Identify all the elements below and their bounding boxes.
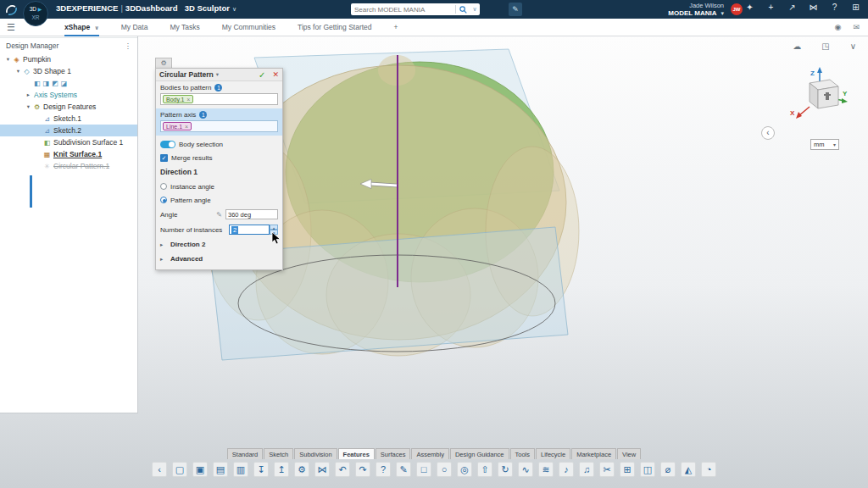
presence-icon[interactable]: ◉ <box>835 23 842 31</box>
line-chip[interactable]: Line.1 × <box>163 122 192 130</box>
expander-icon[interactable]: ▾ <box>4 56 12 63</box>
ribbon-tab-lifecycle[interactable]: Lifecycle <box>536 448 570 459</box>
templates-icon[interactable]: ▣ <box>192 462 208 477</box>
tree-item-subdivision-surface[interactable]: ◧ Subdivision Surface 1 <box>0 136 137 148</box>
body-chip[interactable]: Body.1 × <box>163 95 193 103</box>
compass-badge[interactable]: 3D ▶ XR <box>23 1 48 26</box>
views-icon[interactable]: ◔ <box>701 462 716 477</box>
knit-tool-icon[interactable]: ♫ <box>579 462 594 477</box>
pattern-angle-radio[interactable] <box>160 197 167 203</box>
instances-input[interactable]: 2 <box>229 225 270 235</box>
link-icon[interactable]: ⋈ <box>314 462 330 477</box>
confirm-button[interactable]: ✓ <box>259 70 265 80</box>
header-collapse-icon[interactable]: ∨ <box>850 42 856 51</box>
tree-item-3d-shape[interactable]: ▾ ◇ 3D Shape 1 <box>0 65 137 77</box>
sweep-icon[interactable]: ∿ <box>518 462 533 477</box>
sketch-tool-icon[interactable]: ✎ <box>396 462 411 477</box>
trim-icon[interactable]: ✂ <box>599 462 615 477</box>
edit-formula-icon[interactable]: ✎ <box>216 211 222 219</box>
settings-icon[interactable]: ⚙ <box>294 462 309 477</box>
search-bar[interactable]: ∨ <box>351 3 480 15</box>
apps-icon[interactable]: ⊞ <box>850 3 861 12</box>
back-icon[interactable]: ‹ <box>152 462 167 477</box>
tree-item-design-features[interactable]: ▾ ⚙ Design Features <box>0 101 137 113</box>
angle-input[interactable] <box>225 209 278 219</box>
user-menu[interactable]: Jade Wilson MODEL MANIA ▾ <box>668 2 724 17</box>
collaborate-icon[interactable]: ⋈ <box>808 3 819 12</box>
help-icon[interactable]: ? <box>376 462 391 477</box>
cloud-status-icon[interactable]: ☁ <box>793 42 801 51</box>
tree-item-knit-surface[interactable]: ▦ Knit Surface.1 <box>0 148 137 160</box>
direction2-expander[interactable]: ▸ Direction 2 <box>156 237 282 252</box>
save-icon[interactable]: ▤ <box>213 462 228 477</box>
tree-item-circular-pattern[interactable]: ✳ Circular Pattern.1 <box>0 160 137 172</box>
advanced-expander[interactable]: ▸ Advanced <box>156 252 282 266</box>
fullscreen-icon[interactable]: ◳ <box>821 42 829 51</box>
mirror-icon[interactable]: ◫ <box>640 462 655 477</box>
tab-tips[interactable]: Tips for Getting Started <box>298 19 372 36</box>
plane-xy-icon[interactable]: ◧ <box>34 80 41 87</box>
pattern-tool-icon[interactable]: ⊞ <box>620 462 635 477</box>
ribbon-tab-standard[interactable]: Standard <box>227 448 263 459</box>
tab-add[interactable]: + <box>394 19 398 36</box>
body-selection-toggle[interactable] <box>160 141 175 148</box>
add-icon[interactable]: + <box>765 3 776 12</box>
dialog-tab-icon[interactable]: ⚙ <box>155 58 172 68</box>
edit-search-icon[interactable]: ✎ <box>509 3 522 16</box>
dialog-title[interactable]: Circular Pattern <box>159 70 214 79</box>
tab-my-data[interactable]: My Data <box>121 19 148 36</box>
ribbon-tab-assembly[interactable]: Assembly <box>411 448 449 459</box>
instance-angle-radio[interactable] <box>160 183 167 190</box>
revolve-icon[interactable]: ↻ <box>498 462 513 477</box>
fill-icon[interactable]: ♪ <box>559 462 574 477</box>
ribbon-tab-surfaces[interactable]: Surfaces <box>376 448 411 459</box>
ribbon-tab-design-guidance[interactable]: Design Guidance <box>450 448 509 459</box>
search-options-caret[interactable]: ∨ <box>470 6 480 13</box>
new-content-icon[interactable]: ▢ <box>172 462 187 477</box>
tree-item-sketch1[interactable]: ⊿ Sketch.1 <box>0 113 137 125</box>
kebab-menu-icon[interactable]: ⋮ <box>125 38 132 53</box>
3ds-logo[interactable] <box>4 3 19 16</box>
chip-close-icon[interactable]: × <box>186 97 190 103</box>
export-icon[interactable]: ↥ <box>274 462 289 477</box>
hamburger-icon[interactable]: ☰ <box>7 22 15 33</box>
merge-results-checkbox[interactable]: ✓ <box>160 154 168 162</box>
undo-icon[interactable]: ↶ <box>335 462 350 477</box>
axis-system-icon[interactable]: ◪ <box>61 80 68 87</box>
help-icon[interactable]: ? <box>829 3 840 12</box>
expander-icon[interactable]: ▾ <box>14 68 22 75</box>
save-all-icon[interactable]: ▥ <box>233 462 248 477</box>
module-name[interactable]: 3D Sculptor <box>185 3 230 13</box>
cancel-button[interactable]: ✕ <box>272 70 279 79</box>
tab-my-tasks[interactable]: My Tasks <box>170 19 199 36</box>
ribbon-tab-view[interactable]: View <box>617 448 641 459</box>
units-dropdown[interactable]: mm ▾ <box>810 139 839 150</box>
redo-icon[interactable]: ↷ <box>355 462 370 477</box>
tab-my-communities[interactable]: My Communities <box>222 19 275 36</box>
extrude-icon[interactable]: ⇧ <box>477 462 492 477</box>
chip-close-icon[interactable]: × <box>185 124 188 130</box>
axis-selection-field[interactable]: Line.1 × <box>160 120 278 132</box>
ribbon-tab-tools[interactable]: Tools <box>510 448 536 459</box>
tree-item-sketch2[interactable]: ⊿ Sketch.2 <box>0 125 137 136</box>
ribbon-tab-marketplace[interactable]: Marketplace <box>571 448 616 459</box>
view-cube[interactable]: Z Y X <box>789 64 850 132</box>
ribbon-tab-subdivision[interactable]: Subdivision <box>294 448 337 459</box>
search-icon[interactable] <box>456 2 470 17</box>
right-panel-collapse-button[interactable]: ‹ <box>761 126 775 140</box>
box-primitive-icon[interactable]: □ <box>416 462 431 477</box>
expander-icon[interactable]: ▾ <box>25 103 32 110</box>
bodies-selection-field[interactable]: Body.1 × <box>160 93 278 105</box>
measure-icon[interactable]: ⌀ <box>660 462 676 477</box>
tree-item-pumpkin[interactable]: ▾ ◈ Pumpkin <box>0 53 137 65</box>
ribbon-tab-sketch[interactable]: Sketch <box>264 448 293 459</box>
plane-yz-icon[interactable]: ◨ <box>43 80 50 87</box>
tab-xshape[interactable]: xShape ∨ <box>64 19 99 36</box>
assistant-icon[interactable]: ✦ <box>744 3 755 12</box>
chat-icon[interactable]: ✉ <box>853 23 860 31</box>
search-input[interactable] <box>351 6 455 14</box>
cylinder-primitive-icon[interactable]: ◎ <box>457 462 472 477</box>
loft-icon[interactable]: ≋ <box>538 462 554 477</box>
section-icon[interactable]: ◭ <box>681 462 696 477</box>
plane-zx-icon[interactable]: ◩ <box>52 80 58 87</box>
